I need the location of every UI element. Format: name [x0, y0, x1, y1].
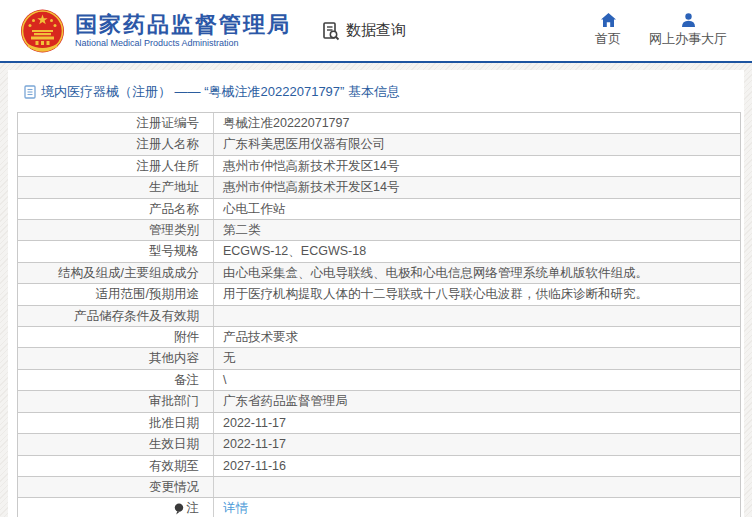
data-query-menu[interactable]: 数据查询 [321, 21, 406, 41]
row-label: 变更情况 [18, 477, 214, 497]
row-value: 心电工作站 [214, 199, 740, 219]
row-label: 管理类别 [18, 220, 214, 240]
row-label: 产品名称 [18, 199, 214, 219]
table-row: 批准日期2022-11-17 [18, 413, 740, 434]
national-emblem-icon [20, 8, 65, 54]
row-label: 注册人住所 [18, 156, 214, 176]
data-query-label: 数据查询 [346, 21, 406, 40]
nav-item-home[interactable]: 首页 [595, 13, 621, 48]
note-balloon-icon [174, 503, 184, 515]
table-row: 注册证编号粤械注准20222071797 [18, 113, 740, 134]
row-value: 广东科美思医用仪器有限公司 [214, 134, 740, 154]
row-value: 惠州市仲恺高新技术开发区14号 [214, 156, 740, 176]
table-row: 结构及组成/主要组成成分由心电采集盒、心电导联线、电极和心电信息网络管理系统单机… [18, 263, 740, 284]
table-row-note: 注 详情 [18, 498, 740, 517]
content-card: 境内医疗器械（注册） —— “粤械注准20222071797” 基本信息 注册证… [8, 70, 744, 517]
row-label: 附件 [18, 327, 214, 347]
document-icon [24, 85, 36, 99]
row-value: 惠州市仲恺高新技术开发区14号 [214, 177, 740, 197]
row-value: 产品技术要求 [214, 327, 740, 347]
table-row: 产品储存条件及有效期 [18, 306, 740, 327]
breadcrumb: 境内医疗器械（注册） —— “粤械注准20222071797” 基本信息 [17, 74, 735, 112]
row-value [214, 306, 740, 326]
row-label: 批准日期 [18, 413, 214, 433]
row-value: 粤械注准20222071797 [214, 113, 740, 133]
nav-label-home: 首页 [595, 30, 621, 48]
table-row: 审批部门广东省药品监督管理局 [18, 391, 740, 412]
row-label: 备注 [18, 370, 214, 390]
registration-info-table: 注册证编号粤械注准20222071797 注册人名称广东科美思医用仪器有限公司 … [17, 112, 741, 517]
table-row: 注册人名称广东科美思医用仪器有限公司 [18, 134, 740, 155]
row-value: 广东省药品监督管理局 [214, 391, 740, 411]
site-header: 国家药品监督管理局 National Medical Products Admi… [0, 0, 752, 63]
row-label: 生产地址 [18, 177, 214, 197]
table-row: 型号规格ECGWS-12、ECGWS-18 [18, 241, 740, 262]
row-label-note: 注 [18, 498, 214, 517]
row-value: 无 [214, 348, 740, 368]
row-label: 其他内容 [18, 348, 214, 368]
row-label: 生效日期 [18, 434, 214, 454]
row-value: 第二类 [214, 220, 740, 240]
row-label: 审批部门 [18, 391, 214, 411]
row-value [214, 477, 740, 497]
nav-label-service-hall: 网上办事大厅 [649, 30, 727, 48]
header-nav: 首页 网上办事大厅 [595, 13, 727, 48]
details-link[interactable]: 详情 [223, 501, 248, 515]
table-row: 适用范围/预期用途用于医疗机构提取人体的十二导联或十八导联心电波群，供临床诊断和… [18, 284, 740, 305]
row-value: 用于医疗机构提取人体的十二导联或十八导联心电波群，供临床诊断和研究。 [214, 284, 740, 304]
brand-logo[interactable]: 国家药品监督管理局 National Medical Products Admi… [20, 8, 291, 54]
page-title: 境内医疗器械（注册） —— “粤械注准20222071797” 基本信息 [41, 83, 400, 101]
table-row: 管理类别第二类 [18, 220, 740, 241]
table-row: 有效期至2027-11-16 [18, 456, 740, 477]
table-row: 生产地址惠州市仲恺高新技术开发区14号 [18, 177, 740, 198]
table-row: 变更情况 [18, 477, 740, 498]
row-value-note: 详情 [214, 498, 740, 517]
row-value: 由心电采集盒、心电导联线、电极和心电信息网络管理系统单机版软件组成。 [214, 263, 740, 283]
person-icon [681, 13, 696, 27]
table-row: 注册人住所惠州市仲恺高新技术开发区14号 [18, 156, 740, 177]
document-search-icon [321, 21, 341, 41]
row-label: 有效期至 [18, 456, 214, 476]
table-row: 生效日期2022-11-17 [18, 434, 740, 455]
row-label: 型号规格 [18, 241, 214, 261]
home-icon [601, 13, 616, 27]
row-value: 2027-11-16 [214, 456, 740, 476]
row-label: 结构及组成/主要组成成分 [18, 263, 214, 283]
nav-item-service-hall[interactable]: 网上办事大厅 [649, 13, 727, 48]
row-label: 注册证编号 [18, 113, 214, 133]
row-label: 产品储存条件及有效期 [18, 306, 214, 326]
row-label: 注册人名称 [18, 134, 214, 154]
row-value: ECGWS-12、ECGWS-18 [214, 241, 740, 261]
row-label: 适用范围/预期用途 [18, 284, 214, 304]
table-row: 备注\ [18, 370, 740, 391]
table-row: 其他内容无 [18, 348, 740, 369]
site-title-en: National Medical Products Administration [75, 37, 291, 49]
site-title-cn: 国家药品监督管理局 [75, 12, 291, 37]
table-row: 产品名称心电工作站 [18, 199, 740, 220]
row-value: 2022-11-17 [214, 413, 740, 433]
row-value: \ [214, 370, 740, 390]
row-value: 2022-11-17 [214, 434, 740, 454]
table-row: 附件产品技术要求 [18, 327, 740, 348]
